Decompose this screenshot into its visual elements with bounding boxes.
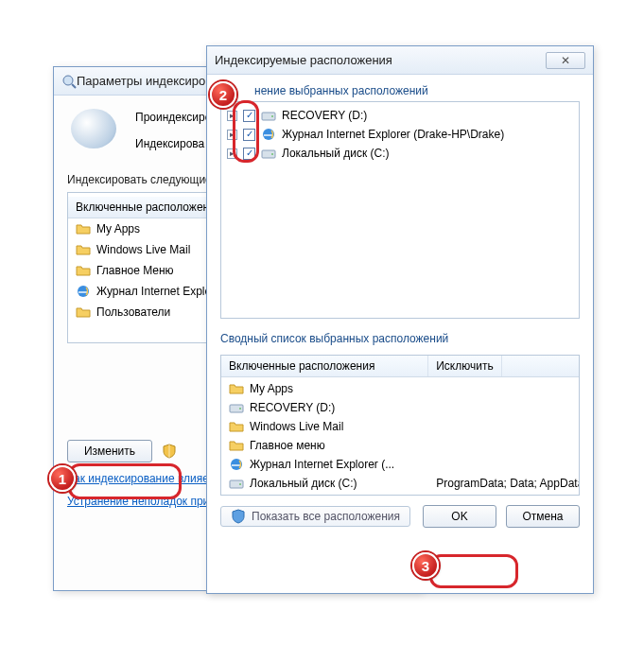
cancel-button[interactable]: Отмена <box>506 505 580 528</box>
titlebar-front: Индексируемые расположения ✕ <box>207 46 593 75</box>
group-change-selected: нение выбранных расположений <box>254 84 580 97</box>
modify-button[interactable]: Изменить <box>67 440 152 462</box>
summary-label: My Apps <box>250 382 293 395</box>
summary-label: RECOVERY (D:) <box>250 401 335 414</box>
summary-row[interactable]: Журнал Internet Explorer (... <box>221 455 579 474</box>
locations-tree[interactable]: ▸RECOVERY (D:)▸Журнал Internet Explorer … <box>220 101 580 319</box>
shield-icon <box>231 509 246 524</box>
svg-line-1 <box>72 84 76 88</box>
summary-label: Локальный диск (C:) <box>250 477 357 490</box>
folder-icon <box>229 438 244 453</box>
checkbox[interactable] <box>243 148 255 160</box>
drive-icon <box>261 146 276 161</box>
checkbox[interactable] <box>243 110 255 122</box>
item-label: Главное Меню <box>96 264 174 277</box>
drive-icon <box>261 108 276 123</box>
item-label: My Apps <box>96 222 140 235</box>
window-title-front: Индексируемые расположения <box>215 53 546 67</box>
indexed-locations-window: Индексируемые расположения ✕ нение выбра… <box>206 45 594 594</box>
ie-icon <box>76 284 91 299</box>
summary-row[interactable]: My Apps <box>221 379 579 398</box>
ok-button[interactable]: OK <box>423 505 496 528</box>
folder-icon <box>76 242 91 257</box>
expand-icon[interactable]: ▸ <box>227 130 237 140</box>
tree-item-label: RECOVERY (D:) <box>282 109 367 122</box>
tree-item[interactable]: ▸Локальный диск (C:) <box>227 144 573 163</box>
item-label: Пользователи <box>96 305 170 319</box>
tree-item[interactable]: ▸RECOVERY (D:) <box>227 106 573 125</box>
summary-exclude: ProgramData; Data; AppData;... <box>428 474 579 493</box>
folder-icon <box>229 419 244 434</box>
summary-exclude <box>428 398 579 417</box>
summary-row[interactable]: Главное меню <box>221 436 579 455</box>
ie-icon <box>261 127 276 142</box>
drive-icon <box>229 476 244 491</box>
item-label: Журнал Internet Explore <box>96 285 221 298</box>
folder-icon <box>229 381 244 396</box>
summary-exclude <box>428 417 579 436</box>
expand-icon[interactable]: ▸ <box>227 148 237 159</box>
checkbox[interactable] <box>243 129 255 141</box>
folder-icon <box>76 221 91 236</box>
summary-row[interactable]: Windows Live Mail <box>221 417 579 436</box>
svg-point-9 <box>239 408 241 410</box>
expand-icon[interactable]: ▸ <box>227 111 237 121</box>
folder-icon <box>76 305 91 320</box>
window-icon <box>61 74 77 89</box>
summary-exclude <box>428 379 579 398</box>
tree-item[interactable]: ▸Журнал Internet Explorer (Drake-HP\Drak… <box>227 125 573 144</box>
svg-point-12 <box>239 483 241 485</box>
svg-point-4 <box>271 115 273 117</box>
shield-icon <box>162 444 177 459</box>
summary-label: Главное меню <box>250 439 325 452</box>
close-button[interactable]: ✕ <box>546 52 585 69</box>
tree-item-label: Журнал Internet Explorer (Drake-HP\Drake… <box>282 128 504 141</box>
item-label: Windows Live Mail <box>96 243 190 256</box>
summary-exclude <box>428 455 579 474</box>
summary-row[interactable]: Локальный диск (C:)ProgramData; Data; Ap… <box>221 474 579 493</box>
group-summary: Сводный список выбранных расположений <box>220 332 580 345</box>
show-all-button[interactable]: Показать все расположения <box>220 506 410 527</box>
folder-icon <box>76 263 91 278</box>
svg-point-0 <box>63 76 73 85</box>
tree-item-label: Локальный диск (C:) <box>282 147 390 160</box>
status-line2: Индексирова <box>135 137 218 150</box>
col-included[interactable]: Включенные расположения <box>221 356 428 376</box>
show-all-label: Показать все расположения <box>252 510 400 523</box>
drive-icon <box>229 400 244 415</box>
summary-label: Журнал Internet Explorer (... <box>250 458 394 471</box>
magnifier-graphic <box>71 109 116 148</box>
summary-list: Включенные расположения Исключить My App… <box>220 355 580 496</box>
summary-rows: My AppsRECOVERY (D:)Windows Live MailГла… <box>221 377 579 495</box>
summary-row[interactable]: RECOVERY (D:) <box>221 398 579 417</box>
svg-point-7 <box>271 153 273 155</box>
summary-exclude <box>428 436 579 455</box>
ie-icon <box>229 457 244 472</box>
status-line1: Проиндексиров <box>135 111 218 124</box>
summary-label: Windows Live Mail <box>250 420 343 433</box>
col-exclude[interactable]: Исключить <box>428 356 501 376</box>
close-icon: ✕ <box>561 54 570 67</box>
